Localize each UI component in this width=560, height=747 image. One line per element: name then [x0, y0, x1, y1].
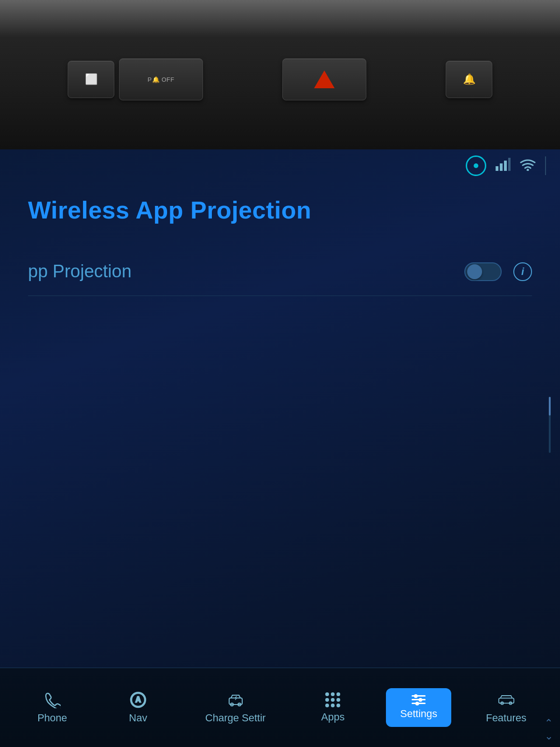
phone-icon [44, 691, 61, 708]
charge-settings-label: Charge Settir [205, 712, 266, 724]
features-nav-label: Features [486, 712, 526, 724]
svg-text:A: A [135, 696, 141, 704]
setting-label: pp Projection [28, 261, 455, 282]
nav-nav-label: Nav [129, 712, 147, 724]
apps-nav-label: Apps [321, 711, 344, 723]
slider-line-2 [412, 699, 426, 700]
alexa-icon[interactable] [466, 155, 486, 176]
chevron-down-icon[interactable]: ⌄ [545, 730, 553, 742]
toggle-container: i [464, 262, 532, 281]
main-content-area: Wireless App Projection pp Projection i [0, 182, 560, 668]
nav-item-nav[interactable]: A Nav [105, 684, 171, 731]
projection-toggle[interactable] [464, 262, 502, 281]
nav-item-settings[interactable]: Settings [386, 688, 451, 727]
settings-icon [412, 695, 426, 704]
right-button[interactable]: 🔔 [446, 61, 492, 98]
settings-nav-label: Settings [400, 708, 438, 720]
apps-icon [325, 692, 340, 707]
screen-button[interactable]: ⬜ [68, 61, 114, 98]
info-icon-label: i [521, 266, 524, 278]
nav-item-phone[interactable]: Phone [20, 684, 85, 731]
nav-arrows: ⌄ ⌄ [538, 712, 560, 747]
wifi-icon [520, 158, 536, 174]
svg-rect-2 [504, 161, 507, 171]
slider-line-1 [412, 695, 426, 697]
infotainment-screen: ♪ Wireless App Projection pp Projection … [0, 149, 560, 747]
nav-item-apps[interactable]: Apps [300, 685, 365, 730]
chevron-up-icon[interactable]: ⌄ [545, 716, 553, 728]
info-button[interactable]: i [513, 262, 532, 281]
scroll-thumb [549, 397, 551, 416]
scroll-indicator[interactable] [549, 397, 551, 453]
page-title: Wireless App Projection [28, 196, 532, 224]
parking-sensor-label: P🔔 OFF [147, 76, 174, 83]
charge-settings-icon [227, 691, 244, 708]
toggle-thumb [467, 264, 482, 279]
svg-rect-0 [496, 166, 498, 171]
phone-nav-label: Phone [37, 712, 67, 724]
left-button-group: ⬜ P🔔 OFF [68, 58, 203, 100]
app-projection-row: pp Projection i [28, 247, 532, 296]
hazard-icon [314, 70, 335, 88]
parking-sensor-off-button[interactable]: P🔔 OFF [119, 58, 203, 100]
physical-buttons-area: ⬜ P🔔 OFF 🔔 [0, 0, 560, 149]
svg-point-5 [527, 169, 529, 171]
alexa-dot [474, 163, 478, 168]
hazard-button[interactable] [282, 58, 366, 100]
svg-rect-1 [500, 163, 503, 171]
nav-item-features[interactable]: Features [472, 684, 540, 731]
status-divider [545, 156, 546, 175]
nav-item-charge-settings[interactable]: Charge Settir [191, 684, 280, 731]
slider-line-3 [412, 703, 426, 704]
status-bar: ♪ [0, 149, 560, 182]
signal-icon: ♪ [496, 158, 511, 174]
features-icon [498, 691, 515, 708]
nav-icon: A [130, 691, 147, 708]
bottom-nav: Phone A Nav Charge Settir [0, 668, 560, 747]
